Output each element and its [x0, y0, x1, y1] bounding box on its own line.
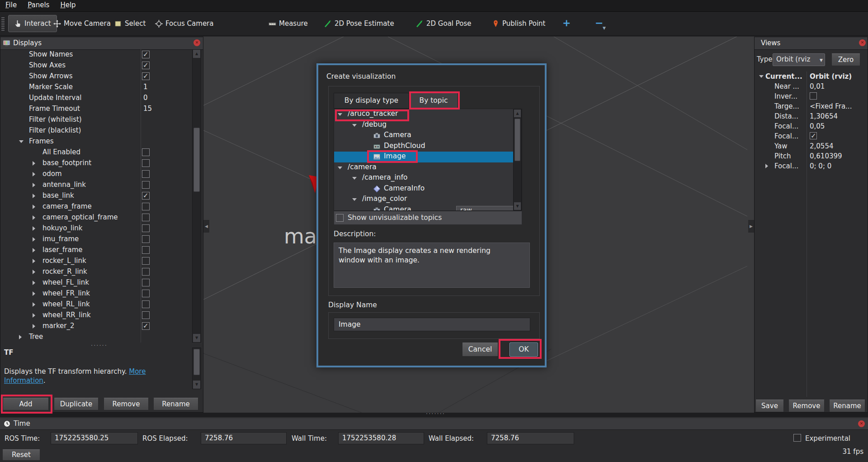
tree-row[interactable]: imu_frame [1, 234, 192, 245]
tab-by-display-type[interactable]: By display type [334, 93, 409, 109]
views-row[interactable]: Current...Orbit (rviz) [755, 71, 868, 81]
collapsed-arrow-icon[interactable] [33, 302, 35, 307]
row-checkbox[interactable] [142, 311, 150, 319]
expanded-arrow-icon[interactable] [352, 198, 357, 201]
tool-measure[interactable]: Measure [269, 12, 308, 35]
tree-row[interactable]: Show Arrows [1, 71, 192, 82]
reset-button[interactable]: Reset [2, 449, 40, 461]
time-field-value[interactable]: 7258.76 [487, 432, 574, 444]
scroll-down-icon[interactable]: ▼ [193, 381, 200, 389]
tree-row[interactable]: Frames [1, 136, 192, 147]
collapsed-arrow-icon[interactable] [33, 194, 35, 198]
scrollbar-thumb[interactable] [193, 349, 200, 375]
views-row[interactable]: Dista...1,30654 [755, 111, 868, 121]
row-checkbox[interactable] [142, 257, 150, 265]
horizontal-splitter[interactable]: ······· [0, 413, 868, 416]
tool-move-camera[interactable]: Move Camera [53, 12, 111, 35]
scroll-up-icon[interactable]: ▲ [193, 50, 200, 58]
add-tool-button[interactable]: + [562, 17, 571, 29]
scroll-down-icon[interactable]: ▼ [193, 334, 200, 342]
tool-2d-goal-pose[interactable]: 2D Goal Pose [416, 12, 472, 35]
tree-row[interactable]: odom [1, 169, 192, 180]
row-checkbox[interactable] [142, 159, 150, 167]
topic-row[interactable]: /debug [334, 120, 522, 131]
topic-row[interactable]: Cameraraw [334, 205, 522, 211]
tree-row[interactable]: camera_frame [1, 201, 192, 212]
rename-button[interactable]: Rename [153, 398, 198, 410]
tree-row[interactable]: antenna_link [1, 180, 192, 191]
collapsed-arrow-icon[interactable] [33, 183, 35, 187]
row-checkbox[interactable] [142, 224, 150, 232]
tree-row[interactable]: All Enabled [1, 147, 192, 158]
remove-view-button[interactable]: Remove [788, 400, 825, 412]
collapsed-arrow-icon[interactable] [33, 205, 35, 209]
tool-publish-point[interactable]: Publish Point [492, 12, 545, 35]
row-checkbox[interactable] [142, 300, 150, 308]
rename-view-button[interactable]: Rename [829, 400, 865, 412]
row-checkbox[interactable] [142, 148, 150, 156]
tree-row[interactable]: Tree [1, 332, 192, 343]
topic-row[interactable]: /camera_info [334, 173, 522, 184]
remove-tool-button[interactable]: − [595, 17, 603, 29]
collapsed-arrow-icon[interactable] [33, 313, 35, 318]
scrollbar-thumb[interactable] [193, 128, 200, 192]
row-checkbox[interactable] [142, 246, 150, 254]
tree-row[interactable]: marker_2 [1, 321, 192, 332]
views-row[interactable]: Focal...0; 0; 0 [755, 161, 868, 171]
close-icon[interactable]: ✕ [858, 420, 865, 427]
tree-row[interactable]: base_footprint [1, 158, 192, 169]
display-name-input[interactable] [334, 318, 530, 331]
topic-row[interactable]: Image [334, 152, 522, 162]
topic-row[interactable]: DepthCloud [334, 141, 522, 152]
menu-item-help[interactable]: Help [55, 0, 81, 9]
tf-scrollbar[interactable]: ▼ [192, 348, 201, 389]
toolbar-overflow-icon[interactable]: ▼ [603, 26, 606, 30]
row-checkbox[interactable] [142, 279, 150, 286]
scroll-down-icon[interactable]: ▼ [514, 202, 521, 210]
views-row[interactable]: Focal...0,05 [755, 121, 868, 131]
tree-row[interactable]: wheel_RL_link [1, 299, 192, 310]
tree-row[interactable]: rocker_R_link [1, 267, 192, 277]
collapsed-arrow-icon[interactable] [33, 259, 35, 263]
row-checkbox[interactable] [142, 322, 150, 330]
time-field-value[interactable]: 1752253580.28 [338, 432, 424, 444]
time-field-value[interactable]: 7258.76 [201, 432, 287, 444]
collapsed-arrow-icon[interactable] [33, 281, 35, 285]
row-checkbox[interactable] [142, 268, 150, 276]
zero-button[interactable]: Zero [831, 53, 860, 66]
tree-row[interactable]: hokuyo_link [1, 223, 192, 234]
views-checkbox[interactable] [810, 92, 817, 100]
tree-row[interactable]: Marker Scale1 [1, 82, 192, 93]
tree-row[interactable]: Filter (whitelist) [1, 114, 192, 125]
collapsed-arrow-icon[interactable] [33, 215, 35, 220]
row-checkbox[interactable] [142, 62, 150, 69]
views-panel-header[interactable]: Views ✕ [755, 37, 868, 50]
cancel-button[interactable]: Cancel [462, 343, 498, 357]
add-button[interactable]: Add [3, 398, 49, 410]
collapsed-arrow-icon[interactable] [33, 248, 35, 252]
panel-splitter-handle[interactable]: ······ [91, 342, 108, 349]
topic-type-dropdown[interactable]: raw [456, 206, 519, 211]
time-panel-header[interactable]: Time ✕ [0, 418, 868, 430]
close-icon[interactable]: ✕ [859, 39, 866, 46]
views-row[interactable]: Focal... [755, 131, 868, 141]
tree-row[interactable]: Show Names [1, 49, 192, 60]
row-checkbox[interactable] [142, 51, 150, 58]
expanded-arrow-icon[interactable] [19, 140, 24, 143]
scroll-up-icon[interactable]: ▲ [514, 110, 521, 117]
tree-row[interactable]: rocker_L_link [1, 256, 192, 267]
tab-by-topic[interactable]: By topic [409, 93, 458, 109]
tree-row[interactable]: laser_frame [1, 245, 192, 256]
collapsed-arrow-icon[interactable] [19, 335, 22, 339]
tree-row[interactable]: Show Axes [1, 60, 192, 71]
row-checkbox[interactable] [142, 203, 150, 210]
views-row[interactable]: Targe...<Fixed Fra... [755, 101, 868, 111]
row-checkbox[interactable] [142, 192, 150, 200]
tree-row[interactable]: base_link [1, 191, 192, 201]
tree-row[interactable]: Frame Timeout15 [1, 104, 192, 114]
show-unvisualizable-checkbox[interactable] [336, 214, 344, 222]
menu-item-file[interactable]: File [0, 0, 22, 9]
collapsed-arrow-icon[interactable] [33, 237, 35, 242]
expanded-arrow-icon[interactable] [338, 113, 342, 116]
views-row[interactable]: Yaw2,0554 [755, 141, 868, 151]
